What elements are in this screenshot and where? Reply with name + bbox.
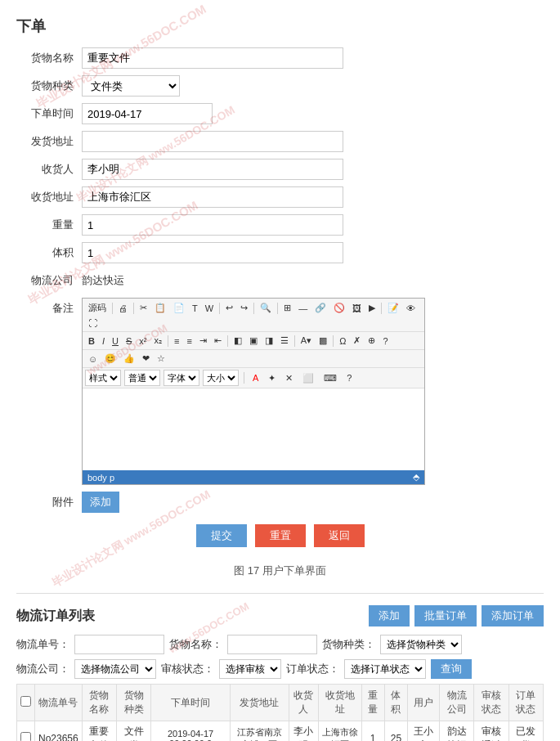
rte-btn-italic[interactable]: I xyxy=(99,335,108,348)
rte-btn-find[interactable]: 🔍 xyxy=(257,301,275,315)
row-send-address: 江苏省南京市浦口区 xyxy=(230,721,289,742)
rte-btn-underline[interactable]: U xyxy=(109,335,122,348)
order-time-input[interactable] xyxy=(82,103,213,124)
rte-btn-sub[interactable]: x₂ xyxy=(150,334,165,348)
rte-style-select[interactable]: 样式 xyxy=(85,370,121,386)
rte-btn-clear[interactable]: ✗ xyxy=(350,334,364,348)
volume-input[interactable] xyxy=(82,242,343,263)
th-goods-name: 货物名称 xyxy=(82,685,116,721)
audit-search-select[interactable]: 选择审核 审核通过 未审 xyxy=(219,659,281,679)
th-order-no: 物流单号 xyxy=(35,685,83,721)
rte-btn-fore-color[interactable]: A▾ xyxy=(298,334,315,348)
rte-format-select[interactable]: 普通 xyxy=(124,370,160,386)
th-volume: 体积 xyxy=(384,685,408,721)
rte-btn-fullscreen[interactable]: ⛶ xyxy=(85,317,101,330)
send-address-input[interactable] xyxy=(82,131,343,152)
rte-btn-tpl[interactable]: 📝 xyxy=(384,301,402,315)
rte-btn-strike[interactable]: S xyxy=(123,335,135,348)
rte-btn-help2[interactable]: ? xyxy=(343,371,355,384)
rte-btn-source[interactable]: 源码 xyxy=(85,300,110,316)
rte-btn-media[interactable]: ▶ xyxy=(365,301,379,315)
rte-btn-more[interactable]: ⊕ xyxy=(365,334,379,348)
rte-btn-ul[interactable]: ≡ xyxy=(183,335,195,348)
table-row: No23656 重要文件 文件类 2019-04-17 00:00:00.0 江… xyxy=(17,721,544,742)
weight-row: 重量 xyxy=(16,214,544,236)
row-goods-name: 重要文件 xyxy=(82,721,116,742)
export-button[interactable]: 批量订单 xyxy=(414,605,477,626)
company-search-label: 物流公司： xyxy=(16,662,69,676)
rte-btn-bold[interactable]: B xyxy=(85,335,98,348)
rte-toolbar-1: 源码 🖨 ✂ 📋 📄 T W ↩ ↪ 🔍 ⊞ — xyxy=(83,299,424,332)
goods-type-select[interactable]: 文件类 衣服 书籍 其他 xyxy=(82,75,180,97)
goods-name-label: 货物名称 xyxy=(16,51,82,65)
rte-btn-paste[interactable]: 📄 xyxy=(170,301,188,315)
goods-type-label: 货物种类 xyxy=(16,79,82,93)
rte-btn-justify[interactable]: ☰ xyxy=(277,334,292,348)
goods-name-search-input[interactable] xyxy=(227,635,317,654)
rte-btn-preview[interactable]: 👁 xyxy=(403,302,419,315)
rte-btn-back-color[interactable]: ▩ xyxy=(316,334,330,348)
rte-btn-emoji2[interactable]: 😊 xyxy=(101,352,119,366)
rte-btn-align-center[interactable]: ▣ xyxy=(246,334,261,348)
rte-btn-align-left[interactable]: ◧ xyxy=(231,334,245,348)
rte-btn-emoji3[interactable]: 👍 xyxy=(120,352,138,366)
rte-btn-code[interactable]: ⌨ xyxy=(320,371,340,385)
rte-btn-image[interactable]: 🖼 xyxy=(349,302,365,315)
rte-btn-help[interactable]: ? xyxy=(379,335,391,348)
rte-btn-link[interactable]: 🔗 xyxy=(311,301,329,315)
rte-btn-fore2[interactable]: A xyxy=(249,371,262,384)
query-button[interactable]: 查询 xyxy=(431,659,472,679)
rte-btn-expand[interactable]: ⬜ xyxy=(299,371,317,385)
goods-type-search-select[interactable]: 选择货物种类 文件类 衣服 书籍 xyxy=(380,635,462,654)
goods-name-input[interactable] xyxy=(82,47,343,69)
add-attachment-button[interactable]: 添加 xyxy=(82,492,119,513)
rte-btn-xmark[interactable]: ✕ xyxy=(282,371,296,385)
row-checkbox-0[interactable] xyxy=(20,732,31,741)
row-weight: 1 xyxy=(361,721,384,742)
rte-resize-handle[interactable]: ⬘ xyxy=(413,472,419,483)
receive-address-input[interactable] xyxy=(82,186,343,208)
rte-btn-outdent[interactable]: ⇤ xyxy=(211,334,225,348)
back-button[interactable]: 返回 xyxy=(314,524,365,547)
fig17-caption: 图 17 用户下单界面 xyxy=(16,564,544,578)
company-search-select[interactable]: 选择物流公司 韵达快运 德邦物流 申通快递 xyxy=(74,659,156,679)
reset-button[interactable]: 重置 xyxy=(255,524,306,547)
rte-btn-back2[interactable]: ✦ xyxy=(265,371,279,385)
rte-btn-emoji1[interactable]: ☺ xyxy=(85,353,101,366)
goods-type-row: 货物种类 文件类 衣服 书籍 其他 xyxy=(16,75,544,97)
order-state-search-select[interactable]: 选择订单状态 已发货 已下单 xyxy=(344,659,426,679)
th-receive-address: 收货地址 xyxy=(318,685,361,721)
rte-btn-hr[interactable]: — xyxy=(295,302,311,315)
rte-btn-align-right[interactable]: ◨ xyxy=(262,334,276,348)
rte-btn-table[interactable]: ⊞ xyxy=(280,301,294,315)
rte-btn-copy[interactable]: 📋 xyxy=(151,301,169,315)
rte-btn-ol[interactable]: ≡ xyxy=(171,335,182,348)
weight-input[interactable] xyxy=(82,214,343,236)
rte-btn-emoji5[interactable]: ☆ xyxy=(154,352,168,366)
receiver-input[interactable] xyxy=(82,159,343,180)
rte-btn-emoji4[interactable]: ❤ xyxy=(139,352,153,366)
page-wrapper: 下单 货物名称 货物种类 文件类 衣服 书籍 其他 下单时间 发货地址 xyxy=(0,0,560,741)
rte-btn-paste-text[interactable]: T xyxy=(189,302,201,315)
rte-btn-unlink[interactable]: 🚫 xyxy=(330,301,348,315)
volume-label: 体积 xyxy=(16,245,82,260)
add-button[interactable]: 添加 xyxy=(369,605,410,626)
row-receive-address: 上海市徐汇区 xyxy=(318,721,361,742)
select-all-checkbox[interactable] xyxy=(20,696,31,707)
rte-btn-redo[interactable]: ↪ xyxy=(237,301,251,315)
logistics-no-search-input[interactable] xyxy=(74,635,164,654)
rte-btn-print[interactable]: 🖨 xyxy=(115,302,131,315)
rte-font-select[interactable]: 字体 xyxy=(164,370,199,386)
rte-btn-indent[interactable]: ⇥ xyxy=(196,334,210,348)
rte-edit-area[interactable] xyxy=(83,388,424,470)
rte-btn-cut[interactable]: ✂ xyxy=(137,301,150,315)
rte-btn-sup[interactable]: x² xyxy=(136,335,150,348)
submit-button[interactable]: 提交 xyxy=(196,524,247,547)
rte-btn-undo[interactable]: ↩ xyxy=(222,301,236,315)
rte-btn-paste-word[interactable]: W xyxy=(202,302,217,315)
rte-size-select[interactable]: 大小 xyxy=(203,370,239,386)
receive-address-label: 收货地址 xyxy=(16,190,82,204)
rte-btn-special[interactable]: Ω xyxy=(336,335,349,348)
add-order-button[interactable]: 添加订单 xyxy=(482,605,544,626)
receiver-row: 收货人 xyxy=(16,159,544,180)
